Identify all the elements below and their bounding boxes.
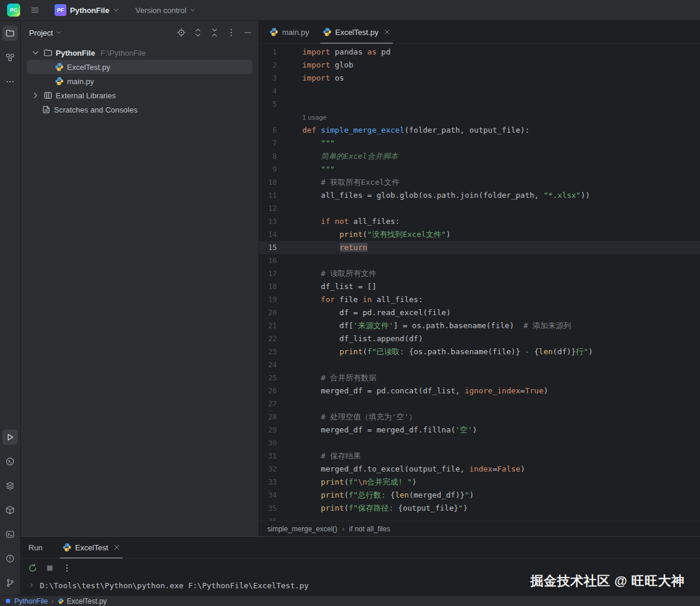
chevron-down-icon[interactable]	[31, 48, 40, 57]
line-number[interactable]: 7	[259, 137, 277, 150]
editor-tab-exceltest-py[interactable]: ExcelTest.py	[316, 21, 397, 43]
line-number[interactable]: 15	[259, 241, 277, 254]
line-number[interactable]: 24	[259, 358, 277, 371]
line-number[interactable]: 22	[259, 332, 277, 345]
collapse-all-icon[interactable]	[210, 28, 219, 37]
project-panel-title[interactable]: Project	[29, 28, 53, 37]
tool-window-button-services[interactable]	[2, 478, 18, 493]
line-number[interactable]: 27	[259, 397, 277, 411]
code-line[interactable]: 12	[259, 202, 700, 215]
code-line[interactable]: 21 df['来源文件'] = os.path.basename(file) #…	[259, 319, 700, 332]
line-number[interactable]: 16	[259, 254, 277, 267]
code-line[interactable]: 5	[259, 98, 700, 111]
code-line[interactable]: 14 print("没有找到Excel文件")	[259, 228, 700, 241]
expand-all-icon[interactable]	[193, 28, 203, 37]
tree-item-exceltest-py[interactable]: ExcelTest.py	[27, 60, 252, 74]
line-number[interactable]: 26	[259, 384, 277, 397]
line-number[interactable]: 9	[259, 163, 277, 176]
line-number[interactable]: 13	[259, 215, 277, 228]
code-line[interactable]: 27	[259, 397, 700, 411]
code-line[interactable]: 13 if not all_files:	[259, 215, 700, 228]
main-menu-button[interactable]	[27, 2, 43, 18]
tool-window-button-python-console[interactable]	[2, 454, 18, 469]
line-number[interactable]: 17	[259, 267, 277, 280]
code-line[interactable]: 4	[259, 85, 700, 98]
code-line[interactable]: 31 # 保存结果	[259, 450, 700, 463]
line-number[interactable]: 14	[259, 228, 277, 241]
code-line[interactable]: 30	[259, 437, 700, 450]
line-number[interactable]: 5	[259, 98, 277, 111]
code-line[interactable]: 29 merged_df = merged_df.fillna('空')	[259, 424, 700, 437]
rerun-button[interactable]	[28, 563, 37, 573]
code-line[interactable]: 36	[259, 515, 700, 521]
code-line[interactable]: 26 merged_df = pd.concat(df_list, ignore…	[259, 384, 700, 397]
code-line[interactable]: 28 # 处理空值（填充为'空'）	[259, 411, 700, 424]
code-line[interactable]: 35 print(f"保存路径: {output_file}")	[259, 502, 700, 515]
line-number[interactable]: 11	[259, 189, 277, 202]
code-line[interactable]: 7 """	[259, 137, 700, 150]
code-line[interactable]: 15 return	[259, 241, 700, 254]
line-number[interactable]: 10	[259, 176, 277, 189]
code-line[interactable]: 9 """	[259, 163, 700, 176]
run-tab-exceltest[interactable]: ExcelTest	[56, 537, 127, 558]
fold-chevron-icon[interactable]	[28, 582, 35, 589]
inlay-row[interactable]: 1 usage	[259, 111, 700, 124]
tool-window-button-project[interactable]	[2, 25, 18, 41]
hide-icon[interactable]	[243, 28, 252, 37]
code-line[interactable]: 3import os	[259, 72, 700, 85]
tool-window-button-python-packages[interactable]	[2, 502, 18, 518]
line-number[interactable]: 21	[259, 319, 277, 332]
select-opened-file-icon[interactable]	[177, 28, 186, 37]
tool-window-button-structure[interactable]	[2, 50, 18, 65]
code-line[interactable]: 25 # 合并所有数据	[259, 371, 700, 384]
breadcrumb-item[interactable]: simple_merge_excel()	[267, 525, 337, 533]
line-number[interactable]: 18	[259, 280, 277, 293]
line-number[interactable]: 12	[259, 202, 277, 215]
line-number[interactable]: 36	[259, 515, 277, 521]
close-icon[interactable]	[113, 544, 120, 551]
line-number[interactable]: 31	[259, 450, 277, 463]
code-line[interactable]: 6def simple_merge_excel(folder_path, out…	[259, 124, 700, 137]
code-line[interactable]: 33 print(f"\n合并完成! ")	[259, 476, 700, 489]
code-line[interactable]: 11 all_files = glob.glob(os.path.join(fo…	[259, 189, 700, 202]
tree-item-main-py[interactable]: main.py	[27, 74, 252, 88]
code-line[interactable]: 1import pandas as pd	[259, 46, 700, 59]
code-line[interactable]: 20 df = pd.read_excel(file)	[259, 306, 700, 319]
tree-item-external-libraries[interactable]: External Libraries	[27, 88, 252, 102]
line-number[interactable]: 33	[259, 476, 277, 489]
line-number[interactable]: 34	[259, 489, 277, 502]
project-widget[interactable]: PF PythonFile	[51, 2, 123, 18]
close-icon[interactable]	[383, 28, 391, 36]
chevron-right-icon[interactable]	[31, 91, 40, 100]
code-line[interactable]: 10 # 获取所有Excel文件	[259, 176, 700, 189]
code-line[interactable]: 24	[259, 358, 700, 371]
tree-item-scratches-and-consoles[interactable]: Scratches and Consoles	[27, 102, 252, 117]
breadcrumb-item[interactable]: if not all_files	[349, 525, 390, 533]
line-number[interactable]	[259, 111, 277, 124]
line-number[interactable]: 32	[259, 463, 277, 476]
code-line[interactable]: 8 简单的Excel合并脚本	[259, 150, 700, 163]
more-options-button[interactable]	[62, 563, 72, 573]
tool-window-button-terminal[interactable]	[2, 527, 18, 542]
code-line[interactable]: 19 for file in all_files:	[259, 293, 700, 306]
code-line[interactable]: 23 print(f"已读取: {os.path.basename(file)}…	[259, 345, 700, 358]
code-line[interactable]: 16	[259, 254, 700, 267]
status-item-exceltest-py[interactable]: ExcelTest.py	[57, 597, 107, 605]
tree-item-pythonfile[interactable]: PythonFileF:\PythonFile	[27, 46, 252, 60]
line-number[interactable]: 4	[259, 85, 277, 98]
stop-button[interactable]	[45, 563, 55, 573]
line-number[interactable]: 19	[259, 293, 277, 306]
line-number[interactable]: 6	[259, 124, 277, 137]
line-number[interactable]: 35	[259, 502, 277, 515]
editor-tab-main-py[interactable]: main.py	[263, 21, 316, 43]
tool-window-button-more-tool-windows[interactable]	[2, 74, 18, 89]
code-line[interactable]: 17 # 读取所有文件	[259, 267, 700, 280]
line-number[interactable]: 20	[259, 306, 277, 319]
line-number[interactable]: 8	[259, 150, 277, 163]
code-line[interactable]: 18 df_list = []	[259, 280, 700, 293]
line-number[interactable]: 3	[259, 72, 277, 85]
line-number[interactable]: 2	[259, 59, 277, 72]
code-area[interactable]: 1import pandas as pd2import glob3import …	[259, 44, 700, 521]
line-number[interactable]: 25	[259, 371, 277, 384]
vcs-widget[interactable]: Version control	[132, 4, 200, 17]
